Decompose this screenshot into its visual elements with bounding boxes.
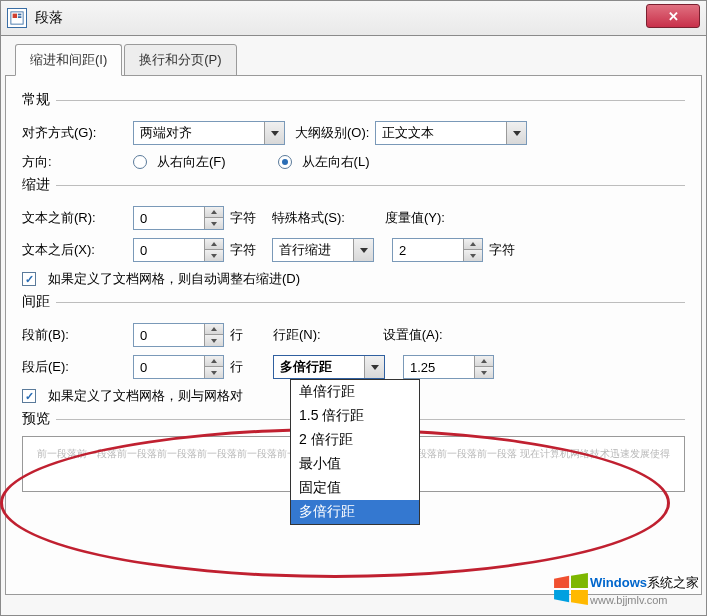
dialog-client: 缩进和间距(I) 换行和分页(P) 常规 对齐方式(G): 两端对齐 大纲级别(… (0, 36, 707, 616)
tab-indent-spacing[interactable]: 缩进和间距(I) (15, 44, 122, 76)
chevron-down-icon (364, 356, 384, 378)
outline-combo[interactable]: 正文文本 (375, 121, 527, 145)
svg-rect-1 (13, 14, 17, 18)
direction-label: 方向: (22, 153, 127, 171)
arrow-down-icon (205, 250, 223, 261)
alignment-combo[interactable]: 两端对齐 (133, 121, 285, 145)
line-spacing-option[interactable]: 1.5 倍行距 (291, 404, 419, 428)
svg-rect-2 (18, 14, 22, 16)
chevron-down-icon (353, 239, 373, 261)
section-general-legend: 常规 (22, 91, 56, 109)
spacing-before-label: 段前(B): (22, 326, 127, 344)
unit-label: 字符 (230, 241, 256, 259)
outline-label: 大纲级别(O): (295, 124, 369, 142)
line-spacing-option[interactable]: 固定值 (291, 476, 419, 500)
line-spacing-option[interactable]: 单倍行距 (291, 380, 419, 404)
setvalue-spinner[interactable]: 1.25 (403, 355, 494, 379)
tab-line-page-breaks[interactable]: 换行和分页(P) (124, 44, 236, 76)
direction-ltr-label: 从左向右(L) (302, 153, 370, 171)
chevron-down-icon (506, 122, 526, 144)
line-spacing-option[interactable]: 最小值 (291, 452, 419, 476)
indent-before-spinner[interactable]: 0 (133, 206, 224, 230)
measure-spinner[interactable]: 2 (392, 238, 483, 262)
direction-rtl-radio[interactable] (133, 155, 147, 169)
direction-rtl-label: 从右向左(F) (157, 153, 226, 171)
section-general: 常规 对齐方式(G): 两端对齐 大纲级别(O): 正文文本 方向: 从右向左(… (22, 100, 685, 171)
special-format-label: 特殊格式(S): (272, 209, 345, 227)
line-spacing-label: 行距(N): (273, 326, 321, 344)
titlebar: 段落 ✕ (0, 0, 707, 36)
direction-ltr-radio[interactable] (278, 155, 292, 169)
snap-to-grid-checkbox[interactable] (22, 389, 36, 403)
line-spacing-option[interactable]: 2 倍行距 (291, 428, 419, 452)
section-preview-legend: 预览 (22, 410, 56, 428)
unit-label: 行 (230, 326, 243, 344)
arrow-up-icon (464, 239, 482, 250)
window-title: 段落 (35, 9, 63, 27)
arrow-down-icon (464, 250, 482, 261)
setvalue-label: 设置值(A): (383, 326, 443, 344)
line-spacing-combo[interactable]: 多倍行距 (273, 355, 385, 379)
close-icon: ✕ (668, 9, 679, 24)
arrow-up-icon (205, 207, 223, 218)
unit-label: 字符 (489, 241, 515, 259)
app-icon (7, 8, 27, 28)
indent-after-spinner[interactable]: 0 (133, 238, 224, 262)
indent-before-label: 文本之前(R): (22, 209, 127, 227)
windows-logo-icon (552, 573, 590, 608)
svg-rect-3 (18, 16, 22, 18)
arrow-up-icon (205, 239, 223, 250)
spacing-after-label: 段后(E): (22, 358, 127, 376)
arrow-down-icon (205, 218, 223, 229)
line-spacing-option[interactable]: 多倍行距 (291, 500, 419, 524)
line-spacing-dropdown: 单倍行距1.5 倍行距2 倍行距最小值固定值多倍行距 (290, 379, 420, 525)
unit-label: 字符 (230, 209, 256, 227)
auto-adjust-indent-label: 如果定义了文档网格，则自动调整右缩进(D) (48, 270, 300, 288)
special-format-combo[interactable]: 首行缩进 (272, 238, 374, 262)
auto-adjust-indent-checkbox[interactable] (22, 272, 36, 286)
unit-label: 行 (230, 358, 243, 376)
section-indent-legend: 缩进 (22, 176, 56, 194)
spacing-before-spinner[interactable]: 0 (133, 323, 224, 347)
section-spacing: 间距 段前(B): 0 行 行距(N): 设置值(A): 段后(E): 0 (22, 302, 685, 405)
section-spacing-legend: 间距 (22, 293, 56, 311)
measure-label: 度量值(Y): (385, 209, 445, 227)
chevron-down-icon (264, 122, 284, 144)
indent-after-label: 文本之后(X): (22, 241, 127, 259)
close-button[interactable]: ✕ (646, 4, 700, 28)
tab-body: 常规 对齐方式(G): 两端对齐 大纲级别(O): 正文文本 方向: 从右向左(… (5, 75, 702, 595)
section-indent: 缩进 文本之前(R): 0 字符 特殊格式(S): 度量值(Y): 文本之后(X… (22, 185, 685, 288)
alignment-label: 对齐方式(G): (22, 124, 127, 142)
snap-to-grid-label: 如果定义了文档网格，则与网格对 (48, 387, 243, 405)
tab-strip: 缩进和间距(I) 换行和分页(P) (5, 44, 702, 76)
spacing-after-spinner[interactable]: 0 (133, 355, 224, 379)
watermark: Windows系统之家 www.bjjmlv.com (552, 573, 699, 608)
